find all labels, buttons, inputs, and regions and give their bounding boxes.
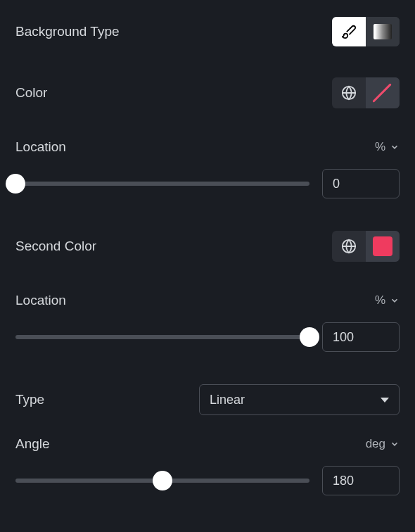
gradient-icon [374, 24, 392, 39]
no-color-icon [372, 82, 393, 103]
slider-track [15, 182, 309, 186]
slider-thumb[interactable] [6, 174, 25, 194]
color-swatch-icon [373, 236, 392, 256]
type-value: Linear [210, 393, 245, 407]
background-type-label: Background Type [15, 24, 120, 39]
color-control [332, 77, 400, 108]
background-type-classic-button[interactable] [332, 17, 366, 46]
type-label: Type [15, 392, 44, 407]
second-color-global-button[interactable] [332, 231, 366, 262]
slider-track [15, 335, 309, 339]
location1-slider[interactable] [15, 171, 309, 196]
background-type-toggle [332, 17, 400, 46]
chevron-down-icon [390, 439, 400, 449]
angle-unit: deg [366, 437, 385, 451]
location2-label: Location [15, 293, 66, 308]
location2-input[interactable] [322, 322, 400, 352]
globe-icon [341, 85, 357, 101]
brush-icon [341, 24, 357, 39]
angle-unit-toggle[interactable]: deg [366, 437, 400, 451]
second-color-control [332, 231, 400, 262]
angle-slider[interactable] [15, 468, 309, 493]
color-global-button[interactable] [332, 77, 366, 108]
second-color-label: Second Color [15, 239, 96, 254]
slider-thumb[interactable] [153, 471, 172, 490]
second-color-picker-button[interactable] [366, 231, 400, 262]
location1-unit-toggle[interactable]: % [375, 140, 400, 154]
chevron-down-icon [390, 142, 400, 152]
location1-unit: % [375, 140, 385, 154]
location2-slider[interactable] [15, 324, 309, 350]
chevron-down-icon [390, 296, 400, 305]
background-type-gradient-button[interactable] [366, 17, 400, 46]
location1-input[interactable] [322, 169, 400, 198]
type-select[interactable]: Linear [199, 384, 400, 415]
angle-input[interactable] [322, 466, 400, 495]
angle-label: Angle [15, 436, 50, 452]
slider-thumb[interactable] [300, 327, 319, 347]
location1-label: Location [15, 139, 66, 155]
color-picker-button[interactable] [366, 77, 400, 108]
location2-unit-toggle[interactable]: % [375, 293, 400, 308]
dropdown-icon [381, 398, 389, 403]
color-label: Color [15, 85, 47, 101]
globe-icon [341, 239, 357, 254]
location2-unit: % [375, 293, 385, 308]
